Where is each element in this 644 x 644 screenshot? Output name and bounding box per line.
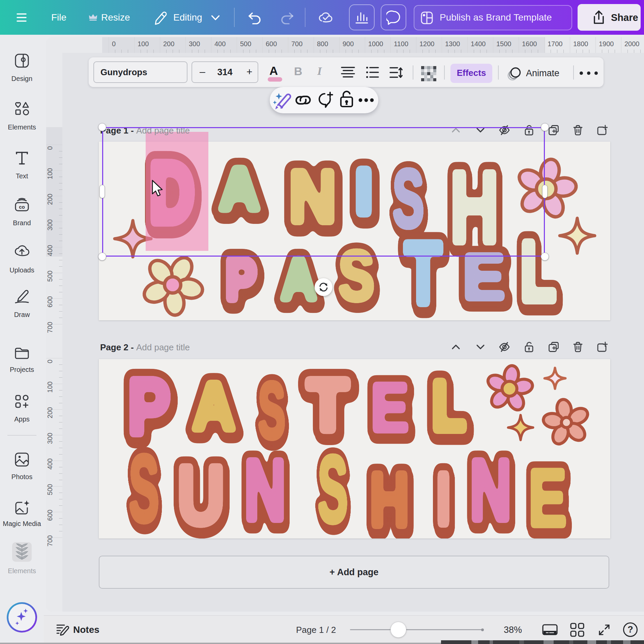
svg-text:N: N: [470, 441, 511, 538]
svg-text:E: E: [528, 452, 567, 538]
svg-text:H: H: [370, 457, 409, 538]
svg-text:T: T: [308, 364, 348, 445]
svg-text:U: U: [177, 449, 224, 538]
svg-text:I: I: [437, 459, 450, 538]
svg-text:S: S: [129, 435, 159, 538]
svg-text:E: E: [371, 369, 409, 446]
svg-text:S: S: [318, 436, 348, 538]
svg-text:L: L: [432, 367, 465, 445]
svg-text:co: co: [19, 204, 25, 210]
svg-text:A: A: [192, 368, 235, 444]
svg-text:N: N: [244, 441, 286, 538]
